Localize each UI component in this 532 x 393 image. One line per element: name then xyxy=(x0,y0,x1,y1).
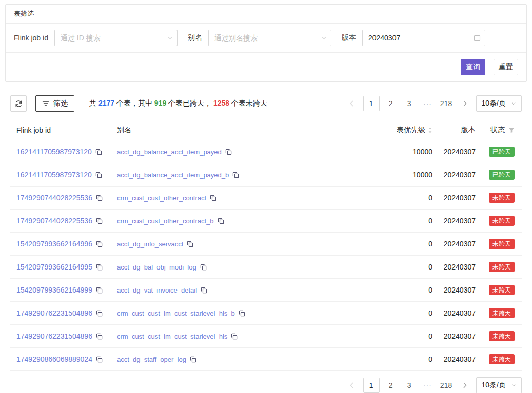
alias-cell: crm_cust_cust_im_cust_starlevel_his_b xyxy=(117,309,371,317)
copy-icon[interactable] xyxy=(190,356,196,363)
alias-link[interactable]: acct_dg_vat_invoice_detail xyxy=(117,286,197,294)
alias-link[interactable]: acct_dg_balance_acct_item_payed_b xyxy=(117,171,229,179)
copy-icon[interactable] xyxy=(96,195,103,201)
priority-cell: 0 xyxy=(371,355,432,363)
alias-link[interactable]: acct_dg_bal_obj_modi_log xyxy=(117,263,196,271)
alias-link[interactable]: acct_dg_info_servacct xyxy=(117,240,183,248)
refresh-button[interactable] xyxy=(10,95,27,112)
prev-page-button[interactable] xyxy=(345,96,359,111)
version-input[interactable] xyxy=(362,30,485,46)
priority-cell: 10000 xyxy=(371,148,432,156)
status-cell: 未跨天 xyxy=(476,262,515,272)
page-button-last[interactable]: 218 xyxy=(439,96,454,111)
page-button-2[interactable]: 2 xyxy=(384,96,398,111)
table-row: 1749290762231504896 crm_cust_cust_im_cus… xyxy=(10,302,522,325)
total-count: 2177 xyxy=(98,99,114,107)
version-cell: 20240307 xyxy=(432,332,476,340)
page-button-2[interactable]: 2 xyxy=(384,378,398,393)
flink-job-id-link[interactable]: 1749290744028225536 xyxy=(16,194,92,202)
copy-icon[interactable] xyxy=(239,310,245,317)
alias-link[interactable]: acct_dg_balance_acct_item_payed xyxy=(117,148,222,156)
sort-icon[interactable] xyxy=(428,127,432,134)
priority-cell: 0 xyxy=(371,240,432,248)
copy-icon[interactable] xyxy=(201,287,207,294)
copy-icon[interactable] xyxy=(218,218,224,224)
copy-icon[interactable] xyxy=(200,264,207,271)
page-button-3[interactable]: 3 xyxy=(402,96,417,111)
flink-job-id-link[interactable]: 1542097993662164995 xyxy=(16,263,92,271)
page-ellipsis[interactable]: ··· xyxy=(421,96,435,111)
status-badge: 未跨天 xyxy=(489,216,515,226)
page-button-3[interactable]: 3 xyxy=(402,378,417,393)
priority-cell: 0 xyxy=(371,263,432,271)
next-page-button[interactable] xyxy=(458,96,472,111)
copy-icon[interactable] xyxy=(96,218,103,224)
filter-button-label: 筛选 xyxy=(53,99,68,108)
flink-job-id-link[interactable]: 1749290762231504896 xyxy=(16,309,92,317)
page-ellipsis[interactable]: ··· xyxy=(421,378,435,393)
copy-icon[interactable] xyxy=(95,172,102,178)
copy-icon[interactable] xyxy=(232,172,239,178)
flink-job-id-cell: 1542097993662164996 xyxy=(16,240,117,248)
copy-icon[interactable] xyxy=(96,241,103,247)
flink-job-id-link[interactable]: 1749290762231504896 xyxy=(16,332,92,340)
alias-link[interactable]: crm_cust_cust_im_cust_starlevel_his xyxy=(117,333,227,340)
toolbar: 筛选 共 2177 个表，其中 919 个表已跨天， 1258 个表未跨天 1 … xyxy=(10,95,522,112)
flink-job-id-cell: 1621411705987973120 xyxy=(16,171,117,179)
next-page-button[interactable] xyxy=(458,378,472,393)
copy-icon[interactable] xyxy=(96,333,103,340)
alias-link[interactable]: crm_cust_cust_im_cust_starlevel_his_b xyxy=(117,309,235,317)
flink-job-id-link[interactable]: 1749290744028225536 xyxy=(16,217,92,225)
flink-job-id-link[interactable]: 1621411705987973120 xyxy=(16,148,92,156)
filter-funnel-icon[interactable] xyxy=(508,127,515,133)
flink-job-id-link[interactable]: 1542097993662164999 xyxy=(16,286,92,294)
copy-icon[interactable] xyxy=(96,287,103,294)
column-header-status[interactable]: 状态 xyxy=(476,126,515,135)
status-cell: 已跨天 xyxy=(476,147,515,157)
page-button-last[interactable]: 218 xyxy=(439,378,454,393)
flink-job-id-link[interactable]: 1621411705987973120 xyxy=(16,171,92,179)
reset-button[interactable]: 重置 xyxy=(494,59,518,75)
column-header-priority[interactable]: 表优先级 xyxy=(371,126,432,135)
prev-page-button[interactable] xyxy=(345,378,359,393)
status-cell: 未跨天 xyxy=(476,285,515,295)
alias-link[interactable]: crm_cust_cust_other_contract xyxy=(117,194,206,202)
alias-link[interactable]: acct_dg_staff_oper_log xyxy=(117,356,186,363)
copy-icon[interactable] xyxy=(96,356,103,363)
pagination-bottom: 1 2 3 ··· 218 10条/页 xyxy=(345,377,522,393)
filter-card-title: 表筛选 xyxy=(6,5,526,24)
copy-icon[interactable] xyxy=(95,149,102,155)
page-button-1[interactable]: 1 xyxy=(363,378,380,393)
copy-icon[interactable] xyxy=(96,264,103,271)
priority-cell: 0 xyxy=(371,194,432,202)
alias-link[interactable]: crm_cust_cust_other_contract_b xyxy=(117,217,214,225)
page-button-1[interactable]: 1 xyxy=(363,96,380,111)
page-size-value: 10条/页 xyxy=(482,99,506,108)
alias-cell: acct_dg_staff_oper_log xyxy=(117,355,371,363)
page-size-select[interactable]: 10条/页 xyxy=(476,377,522,393)
status-cell: 未跨天 xyxy=(476,239,515,249)
field-version: 版本 xyxy=(342,30,485,46)
filter-button[interactable]: 筛选 xyxy=(35,95,74,112)
table-row: 1749290866069889024 acct_dg_staff_oper_l… xyxy=(10,348,522,371)
copy-icon[interactable] xyxy=(187,241,193,247)
search-button[interactable]: 查询 xyxy=(461,59,485,75)
copy-icon[interactable] xyxy=(231,333,238,340)
copy-icon[interactable] xyxy=(96,310,103,317)
status-badge: 未跨天 xyxy=(489,285,515,295)
copy-icon[interactable] xyxy=(210,195,216,201)
status-cell: 未跨天 xyxy=(476,331,515,341)
alias-input[interactable] xyxy=(208,30,331,46)
flink-job-id-label: Flink job id xyxy=(14,34,48,42)
version-cell: 20240307 xyxy=(432,194,476,202)
page-size-select[interactable]: 10条/页 xyxy=(476,95,522,112)
page: 表筛选 Flink job id 别名 xyxy=(0,0,532,393)
table-header: Flink job id 别名 表优先级 版本 状态 xyxy=(10,120,522,140)
copy-icon[interactable] xyxy=(225,149,232,155)
flink-job-id-link[interactable]: 1749290866069889024 xyxy=(16,355,92,363)
column-header-alias: 别名 xyxy=(117,126,371,135)
flink-job-id-input[interactable] xyxy=(54,30,178,46)
version-date-picker xyxy=(362,30,485,46)
flink-job-id-link[interactable]: 1542097993662164996 xyxy=(16,240,92,248)
field-alias: 别名 xyxy=(188,30,331,46)
